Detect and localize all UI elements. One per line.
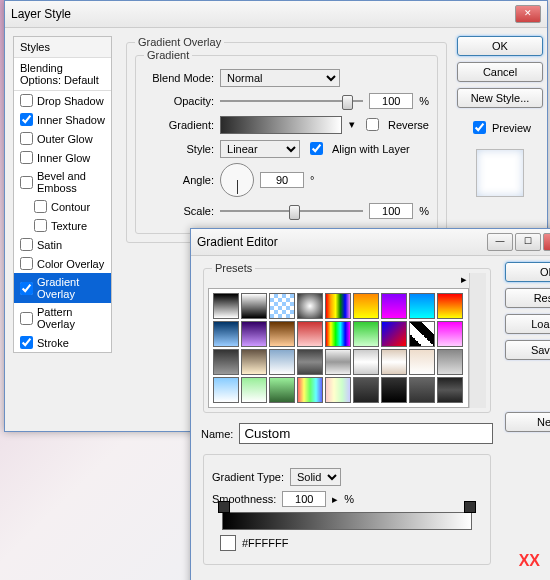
load-button[interactable]: Load... bbox=[505, 314, 550, 334]
color-stop-swatch[interactable] bbox=[220, 535, 236, 551]
maximize-icon[interactable]: ☐ bbox=[515, 233, 541, 251]
name-input[interactable] bbox=[239, 423, 493, 444]
chevron-down-icon[interactable]: ▾ bbox=[348, 118, 356, 131]
preset-swatch[interactable] bbox=[409, 293, 435, 319]
style-checkbox[interactable] bbox=[20, 257, 33, 270]
smoothness-value[interactable]: 100 bbox=[282, 491, 326, 507]
style-checkbox[interactable] bbox=[20, 238, 33, 251]
preset-swatch[interactable] bbox=[213, 293, 239, 319]
style-label: Satin bbox=[37, 239, 62, 251]
opacity-stop-right[interactable] bbox=[464, 501, 476, 513]
style-checkbox[interactable] bbox=[34, 219, 47, 232]
opacity-value[interactable]: 100 bbox=[369, 93, 413, 109]
preset-swatch[interactable] bbox=[353, 349, 379, 375]
style-item-contour[interactable]: Contour bbox=[14, 197, 111, 216]
preset-swatch[interactable] bbox=[269, 377, 295, 403]
preset-swatch[interactable] bbox=[213, 349, 239, 375]
opacity-slider[interactable] bbox=[220, 92, 363, 110]
preset-swatch[interactable] bbox=[381, 321, 407, 347]
style-select[interactable]: Linear bbox=[220, 140, 300, 158]
preset-swatch[interactable] bbox=[353, 321, 379, 347]
reverse-checkbox[interactable] bbox=[366, 118, 379, 131]
style-item-gradient-overlay[interactable]: Gradient Overlay bbox=[14, 273, 111, 303]
minimize-icon[interactable]: — bbox=[487, 233, 513, 251]
gradient-picker[interactable] bbox=[220, 116, 342, 134]
style-checkbox[interactable] bbox=[20, 113, 33, 126]
style-checkbox[interactable] bbox=[20, 336, 33, 349]
preset-swatch[interactable] bbox=[241, 377, 267, 403]
preset-swatch[interactable] bbox=[269, 349, 295, 375]
preset-swatch[interactable] bbox=[353, 293, 379, 319]
reset-button[interactable]: Reset bbox=[505, 288, 550, 308]
style-checkbox[interactable] bbox=[20, 151, 33, 164]
preset-swatch[interactable] bbox=[437, 377, 463, 403]
style-item-color-overlay[interactable]: Color Overlay bbox=[14, 254, 111, 273]
preset-swatch[interactable] bbox=[437, 293, 463, 319]
style-item-bevel-and-emboss[interactable]: Bevel and Emboss bbox=[14, 167, 111, 197]
smoothness-menu-icon[interactable]: ▸ bbox=[332, 493, 338, 506]
hex-value: #FFFFFF bbox=[242, 537, 288, 549]
style-checkbox[interactable] bbox=[20, 312, 33, 325]
preset-swatch[interactable] bbox=[241, 349, 267, 375]
angle-dial[interactable] bbox=[220, 163, 254, 197]
ok-button[interactable]: OK bbox=[457, 36, 543, 56]
close-icon[interactable]: ✕ bbox=[543, 233, 550, 251]
style-item-inner-shadow[interactable]: Inner Shadow bbox=[14, 110, 111, 129]
style-label: Contour bbox=[51, 201, 90, 213]
presets-menu-icon[interactable]: ▸ bbox=[461, 273, 467, 285]
style-item-inner-glow[interactable]: Inner Glow bbox=[14, 148, 111, 167]
preset-swatch[interactable] bbox=[213, 377, 239, 403]
style-item-pattern-overlay[interactable]: Pattern Overlay bbox=[14, 303, 111, 333]
style-item-satin[interactable]: Satin bbox=[14, 235, 111, 254]
preset-swatch[interactable] bbox=[325, 321, 351, 347]
preset-scrollbar[interactable] bbox=[469, 273, 486, 408]
save-button[interactable]: Save... bbox=[505, 340, 550, 360]
style-item-drop-shadow[interactable]: Drop Shadow bbox=[14, 91, 111, 110]
new-style-button[interactable]: New Style... bbox=[457, 88, 543, 108]
preview-checkbox[interactable] bbox=[473, 121, 486, 134]
preset-swatch[interactable] bbox=[325, 293, 351, 319]
preset-swatch[interactable] bbox=[381, 377, 407, 403]
scale-value[interactable]: 100 bbox=[369, 203, 413, 219]
preset-swatch[interactable] bbox=[297, 293, 323, 319]
ok-button[interactable]: OK bbox=[505, 262, 550, 282]
cancel-button[interactable]: Cancel bbox=[457, 62, 543, 82]
opacity-stop-left[interactable] bbox=[218, 501, 230, 513]
preset-swatch[interactable] bbox=[297, 377, 323, 403]
preset-swatch[interactable] bbox=[437, 349, 463, 375]
preset-swatch[interactable] bbox=[269, 321, 295, 347]
preset-swatch[interactable] bbox=[297, 321, 323, 347]
preset-swatch[interactable] bbox=[409, 321, 435, 347]
gradient-type-select[interactable]: Solid bbox=[290, 468, 341, 486]
preset-swatch[interactable] bbox=[269, 293, 295, 319]
preset-swatch[interactable] bbox=[241, 293, 267, 319]
style-item-stroke[interactable]: Stroke bbox=[14, 333, 111, 352]
scale-slider[interactable] bbox=[220, 202, 363, 220]
preset-swatch[interactable] bbox=[325, 377, 351, 403]
align-checkbox[interactable] bbox=[310, 142, 323, 155]
preset-swatch[interactable] bbox=[325, 349, 351, 375]
preset-swatch[interactable] bbox=[437, 321, 463, 347]
blend-mode-select[interactable]: Normal bbox=[220, 69, 340, 87]
blending-options-default[interactable]: Blending Options: Default bbox=[14, 58, 111, 91]
style-checkbox[interactable] bbox=[20, 94, 33, 107]
new-button[interactable]: New bbox=[505, 412, 550, 432]
style-checkbox[interactable] bbox=[34, 200, 47, 213]
preset-swatch[interactable] bbox=[381, 349, 407, 375]
preset-swatch[interactable] bbox=[409, 377, 435, 403]
preset-swatch[interactable] bbox=[213, 321, 239, 347]
preset-swatch[interactable] bbox=[353, 377, 379, 403]
style-item-outer-glow[interactable]: Outer Glow bbox=[14, 129, 111, 148]
style-item-texture[interactable]: Texture bbox=[14, 216, 111, 235]
close-icon[interactable]: ✕ bbox=[515, 5, 541, 23]
style-checkbox[interactable] bbox=[20, 282, 33, 295]
preset-swatch[interactable] bbox=[409, 349, 435, 375]
preset-swatch[interactable] bbox=[241, 321, 267, 347]
preset-swatch[interactable] bbox=[297, 349, 323, 375]
style-checkbox[interactable] bbox=[20, 176, 33, 189]
style-checkbox[interactable] bbox=[20, 132, 33, 145]
angle-value[interactable]: 90 bbox=[260, 172, 304, 188]
gradient-bar[interactable] bbox=[222, 512, 472, 530]
styles-header[interactable]: Styles bbox=[14, 37, 111, 58]
preset-swatch[interactable] bbox=[381, 293, 407, 319]
